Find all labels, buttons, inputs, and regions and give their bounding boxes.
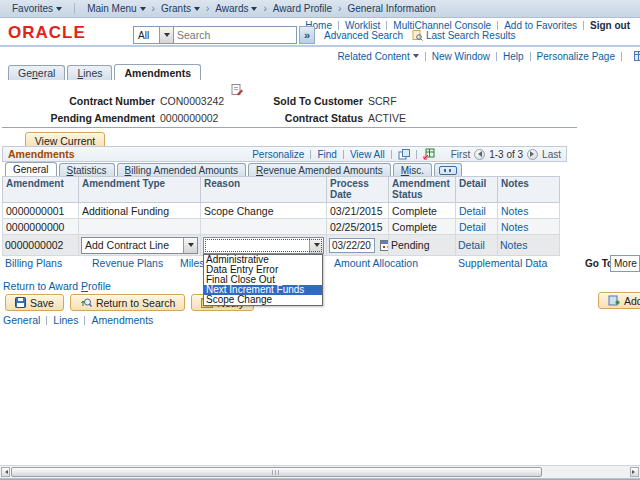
download-icon[interactable] [423, 148, 435, 160]
breadcrumb-main-menu[interactable]: Main Menu [83, 3, 149, 14]
contract-number-value: CON0003242 [160, 95, 224, 107]
last-search-results-label: Last Search Results [426, 30, 516, 41]
previous-row-button[interactable] [474, 149, 485, 160]
breadcrumb-separator: › [263, 3, 266, 14]
advanced-search-link[interactable]: Advanced Search [324, 30, 403, 41]
cell-status: Complete [389, 219, 456, 235]
copy-url-button[interactable] [634, 50, 640, 62]
page-tabs: General Lines Amendments [8, 64, 201, 80]
cell-detail: Detail [456, 219, 498, 235]
tab-label-post: eral [38, 67, 56, 79]
dropdown-option-scope-change[interactable]: Scope Change [204, 295, 322, 305]
breadcrumb-award-profile[interactable]: Award Profile [269, 3, 336, 14]
scroll-right-button[interactable] [630, 467, 639, 477]
amendments-table: Amendment Amendment Type Reason Process … [2, 176, 560, 256]
popout-grid-icon[interactable] [398, 149, 410, 160]
table-header-row: Amendment Amendment Type Reason Process … [3, 177, 560, 203]
scroll-left-button[interactable] [1, 467, 10, 477]
billing-plans-link[interactable]: Billing Plans [5, 257, 62, 269]
related-content-menu[interactable]: Related Content [337, 51, 418, 62]
personalize-link[interactable]: Personalize [252, 149, 304, 160]
breadcrumb-separator: › [338, 3, 341, 14]
chevron-down-icon [56, 7, 62, 14]
oracle-logo: ORACLE [8, 23, 86, 43]
tab-amendments[interactable]: Amendments [114, 64, 201, 80]
supplemental-data-link[interactable]: Supplemental Data [458, 257, 547, 269]
global-search: All » Advanced Search Last Search Result… [133, 26, 515, 44]
breadcrumb-awards[interactable]: Awards [211, 3, 261, 14]
amendment-type-dropdown-button[interactable] [183, 238, 197, 253]
amendment-type-select[interactable]: Add Contract Line [81, 237, 198, 254]
first-link[interactable]: First [451, 149, 470, 160]
search-scope-dropdown-button[interactable] [159, 27, 173, 43]
last-search-results-link[interactable]: Last Search Results [412, 30, 516, 41]
cell-notes: Notes [498, 219, 560, 235]
search-input[interactable] [174, 26, 297, 44]
choose-date-button[interactable] [380, 239, 389, 252]
footer-lines-link[interactable]: Lines [53, 314, 78, 326]
scrollbar-thumb[interactable] [11, 467, 542, 477]
add-button[interactable]: Add [598, 292, 640, 309]
reason-select[interactable] [203, 237, 324, 254]
grid-tab-label-post: illing Amended Amounts [131, 165, 238, 176]
grid-tab-revenue-amended-amounts[interactable]: Revenue Amended Amounts [248, 163, 391, 176]
amendment-type-select-value: Add Contract Line [82, 239, 183, 251]
cell-reason [201, 235, 327, 256]
breadcrumb-separator: › [152, 3, 155, 14]
grid-tab-billing-amended-amounts[interactable]: Billing Amended Amounts [117, 163, 246, 176]
grid-tab-misc[interactable]: Misc. [393, 163, 432, 176]
help-link[interactable]: Help [503, 51, 524, 62]
show-all-columns-button[interactable] [434, 163, 462, 176]
application-window: Favorites Main Menu › Grants › Awards › … [0, 0, 640, 480]
last-link[interactable]: Last [542, 149, 561, 160]
chevron-down-icon [188, 243, 194, 250]
show-all-columns-icon [439, 166, 457, 175]
return-to-award-profile-link[interactable]: Return to Award Profile [3, 280, 111, 292]
footer-amendments-link[interactable]: Amendments [91, 314, 153, 326]
next-row-button[interactable] [527, 149, 538, 160]
footer-general-link[interactable]: General [3, 314, 40, 326]
revenue-plans-link[interactable]: Revenue Plans [92, 257, 163, 269]
find-link[interactable]: Find [317, 149, 336, 160]
divider [496, 52, 497, 61]
breadcrumb-award-profile-label: Award Profile [273, 3, 332, 14]
amount-allocation-link[interactable]: Amount Allocation [334, 257, 418, 269]
process-date-input[interactable] [329, 238, 375, 253]
divider [46, 316, 47, 325]
horizontal-scrollbar[interactable] [0, 465, 640, 478]
detail-link[interactable]: Detail [459, 221, 486, 233]
notes-link[interactable]: Notes [500, 239, 527, 251]
grid-tab-general[interactable]: General [5, 162, 57, 176]
divider [391, 150, 392, 159]
column-header-process-date: Process Date [327, 177, 389, 203]
new-window-link[interactable]: New Window [432, 51, 490, 62]
notes-link[interactable]: Notes [501, 221, 528, 233]
add-icon [608, 295, 620, 307]
cell-amendment-id: 0000000002 [3, 235, 79, 256]
view-all-link[interactable]: View All [350, 149, 385, 160]
breadcrumb-grants[interactable]: Grants [157, 3, 204, 14]
go-to-select[interactable]: More [610, 255, 640, 272]
search-scope-select[interactable]: All [133, 26, 174, 44]
grid-tab-label-key: R [256, 165, 263, 176]
arrow-right-icon [632, 470, 637, 474]
sign-out-link[interactable]: Sign out [590, 20, 630, 31]
cell-amendment-type [79, 219, 201, 235]
breadcrumb-favorites[interactable]: Favorites [8, 3, 66, 14]
cell-amendment-id: 0000000000 [3, 219, 79, 235]
detail-link[interactable]: Detail [459, 205, 486, 217]
detail-link[interactable]: Detail [458, 239, 485, 251]
save-button[interactable]: Save [5, 294, 64, 311]
tab-lines[interactable]: Lines [67, 65, 112, 80]
tab-general[interactable]: General [8, 65, 65, 80]
search-go-button[interactable]: » [299, 26, 315, 44]
personalize-page-link[interactable]: Personalize Page [537, 51, 615, 62]
notes-link[interactable]: Notes [501, 205, 528, 217]
chevron-down-icon [251, 7, 257, 14]
grid-tab-label-key: B [125, 165, 132, 176]
breadcrumb-general-information[interactable]: General Information [343, 3, 439, 14]
reason-dropdown-button[interactable] [309, 238, 323, 253]
column-header-amendment-status: Amendment Status [389, 177, 456, 203]
grid-tab-statistics[interactable]: Statistics [59, 163, 115, 176]
return-to-search-button[interactable]: Return to Search [70, 294, 185, 311]
